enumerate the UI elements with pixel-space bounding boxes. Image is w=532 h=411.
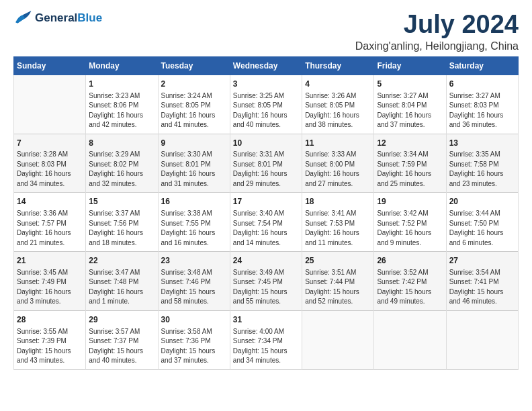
calendar-week-3: 14Sunrise: 3:36 AM Sunset: 7:57 PM Dayli… [14,193,519,252]
month-title: July 2024 [355,11,519,39]
calendar-week-1: 1Sunrise: 3:23 AM Sunset: 8:06 PM Daylig… [14,75,519,134]
calendar-week-5: 28Sunrise: 3:55 AM Sunset: 7:39 PM Dayli… [14,310,519,369]
logo-icon [13,11,32,26]
day-number: 29 [89,314,154,326]
day-info: Sunrise: 3:24 AM Sunset: 8:05 PM Dayligh… [161,91,227,130]
day-info: Sunrise: 3:55 AM Sunset: 7:39 PM Dayligh… [17,327,83,366]
calendar-cell [14,75,86,134]
day-info: Sunrise: 3:36 AM Sunset: 7:57 PM Dayligh… [17,209,83,248]
day-info: Sunrise: 3:25 AM Sunset: 8:05 PM Dayligh… [233,91,299,130]
day-number: 3 [233,79,299,90]
calendar-cell: 18Sunrise: 3:41 AM Sunset: 7:53 PM Dayli… [302,193,374,252]
calendar-table: SundayMondayTuesdayWednesdayThursdayFrid… [13,56,519,370]
calendar-cell: 25Sunrise: 3:51 AM Sunset: 7:44 PM Dayli… [302,252,374,311]
header-monday: Monday [86,56,158,75]
day-number: 10 [233,138,299,149]
calendar-cell [302,310,374,369]
day-number: 28 [17,314,83,326]
location-subtitle: Daxing'anling, Heilongjiang, China [355,40,519,52]
calendar-cell [446,310,518,369]
day-info: Sunrise: 3:27 AM Sunset: 8:04 PM Dayligh… [377,91,443,130]
day-number: 31 [233,314,299,326]
day-info: Sunrise: 3:49 AM Sunset: 7:45 PM Dayligh… [233,268,299,307]
day-number: 21 [17,255,83,267]
calendar-cell: 13Sunrise: 3:35 AM Sunset: 7:58 PM Dayli… [446,134,518,193]
day-number: 16 [161,196,227,208]
day-info: Sunrise: 3:45 AM Sunset: 7:49 PM Dayligh… [17,268,83,307]
calendar-cell: 27Sunrise: 3:54 AM Sunset: 7:41 PM Dayli… [446,252,518,311]
header-saturday: Saturday [446,56,518,75]
day-info: Sunrise: 3:27 AM Sunset: 8:03 PM Dayligh… [449,91,515,130]
day-number: 2 [161,79,227,90]
logo-text: GeneralBlue [35,12,102,25]
calendar-cell [374,310,446,369]
calendar-cell: 10Sunrise: 3:31 AM Sunset: 8:01 PM Dayli… [230,134,302,193]
day-info: Sunrise: 3:51 AM Sunset: 7:44 PM Dayligh… [305,268,371,307]
calendar-cell: 4Sunrise: 3:26 AM Sunset: 8:05 PM Daylig… [302,75,374,134]
calendar-cell: 19Sunrise: 3:42 AM Sunset: 7:52 PM Dayli… [374,193,446,252]
day-info: Sunrise: 3:29 AM Sunset: 8:02 PM Dayligh… [89,150,154,189]
calendar-cell: 21Sunrise: 3:45 AM Sunset: 7:49 PM Dayli… [14,252,86,311]
day-number: 6 [449,79,515,90]
day-number: 25 [305,255,371,267]
day-info: Sunrise: 3:37 AM Sunset: 7:56 PM Dayligh… [89,209,154,248]
day-info: Sunrise: 3:44 AM Sunset: 7:50 PM Dayligh… [449,209,515,248]
calendar-cell: 6Sunrise: 3:27 AM Sunset: 8:03 PM Daylig… [446,75,518,134]
day-info: Sunrise: 4:00 AM Sunset: 7:34 PM Dayligh… [233,327,299,366]
calendar-cell: 26Sunrise: 3:52 AM Sunset: 7:42 PM Dayli… [374,252,446,311]
day-info: Sunrise: 3:30 AM Sunset: 8:01 PM Dayligh… [161,150,227,189]
calendar-cell: 3Sunrise: 3:25 AM Sunset: 8:05 PM Daylig… [230,75,302,134]
calendar-cell: 14Sunrise: 3:36 AM Sunset: 7:57 PM Dayli… [14,193,86,252]
day-number: 20 [449,196,515,208]
day-number: 11 [305,138,371,149]
calendar-cell: 11Sunrise: 3:33 AM Sunset: 8:00 PM Dayli… [302,134,374,193]
day-number: 13 [449,138,515,149]
day-number: 5 [377,79,443,90]
header-sunday: Sunday [14,56,86,75]
day-info: Sunrise: 3:58 AM Sunset: 7:36 PM Dayligh… [161,327,227,366]
day-number: 23 [161,255,227,267]
day-number: 19 [377,196,443,208]
day-number: 22 [89,255,154,267]
day-info: Sunrise: 3:41 AM Sunset: 7:53 PM Dayligh… [305,209,371,248]
header-friday: Friday [374,56,446,75]
calendar-week-4: 21Sunrise: 3:45 AM Sunset: 7:49 PM Dayli… [14,252,519,311]
calendar-cell: 7Sunrise: 3:28 AM Sunset: 8:03 PM Daylig… [14,134,86,193]
day-number: 4 [305,79,371,90]
day-number: 9 [161,138,227,149]
calendar-cell: 22Sunrise: 3:47 AM Sunset: 7:48 PM Dayli… [86,252,158,311]
calendar-cell: 1Sunrise: 3:23 AM Sunset: 8:06 PM Daylig… [86,75,158,134]
day-number: 26 [377,255,443,267]
calendar-cell: 28Sunrise: 3:55 AM Sunset: 7:39 PM Dayli… [14,310,86,369]
day-number: 17 [233,196,299,208]
day-info: Sunrise: 3:48 AM Sunset: 7:46 PM Dayligh… [161,268,227,307]
day-number: 24 [233,255,299,267]
day-info: Sunrise: 3:26 AM Sunset: 8:05 PM Dayligh… [305,91,371,130]
day-number: 18 [305,196,371,208]
calendar-cell: 12Sunrise: 3:34 AM Sunset: 7:59 PM Dayli… [374,134,446,193]
day-info: Sunrise: 3:42 AM Sunset: 7:52 PM Dayligh… [377,209,443,248]
calendar-cell: 23Sunrise: 3:48 AM Sunset: 7:46 PM Dayli… [158,252,230,311]
day-info: Sunrise: 3:35 AM Sunset: 7:58 PM Dayligh… [449,150,515,189]
day-number: 1 [89,79,154,90]
logo: GeneralBlue [13,11,102,26]
day-info: Sunrise: 3:28 AM Sunset: 8:03 PM Dayligh… [17,150,83,189]
calendar-cell: 15Sunrise: 3:37 AM Sunset: 7:56 PM Dayli… [86,193,158,252]
day-info: Sunrise: 3:52 AM Sunset: 7:42 PM Dayligh… [377,268,443,307]
calendar-cell: 17Sunrise: 3:40 AM Sunset: 7:54 PM Dayli… [230,193,302,252]
calendar-cell: 9Sunrise: 3:30 AM Sunset: 8:01 PM Daylig… [158,134,230,193]
day-info: Sunrise: 3:33 AM Sunset: 8:00 PM Dayligh… [305,150,371,189]
calendar-cell: 5Sunrise: 3:27 AM Sunset: 8:04 PM Daylig… [374,75,446,134]
day-info: Sunrise: 3:31 AM Sunset: 8:01 PM Dayligh… [233,150,299,189]
calendar-cell: 2Sunrise: 3:24 AM Sunset: 8:05 PM Daylig… [158,75,230,134]
day-info: Sunrise: 3:34 AM Sunset: 7:59 PM Dayligh… [377,150,443,189]
calendar-cell: 8Sunrise: 3:29 AM Sunset: 8:02 PM Daylig… [86,134,158,193]
day-number: 14 [17,196,83,208]
day-number: 27 [449,255,515,267]
calendar-cell: 31Sunrise: 4:00 AM Sunset: 7:34 PM Dayli… [230,310,302,369]
day-info: Sunrise: 3:47 AM Sunset: 7:48 PM Dayligh… [89,268,154,307]
header-wednesday: Wednesday [230,56,302,75]
title-area: July 2024 Daxing'anling, Heilongjiang, C… [355,11,519,52]
calendar-cell: 30Sunrise: 3:58 AM Sunset: 7:36 PM Dayli… [158,310,230,369]
calendar-cell: 20Sunrise: 3:44 AM Sunset: 7:50 PM Dayli… [446,193,518,252]
